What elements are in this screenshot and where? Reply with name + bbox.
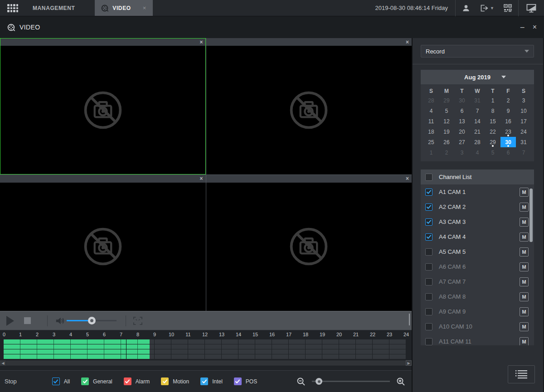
filter-checkbox-intel[interactable] <box>200 377 208 385</box>
timeline-channel-row[interactable] <box>4 344 406 349</box>
panel-close-icon[interactable]: × <box>199 176 203 181</box>
monitor-button[interactable]: M <box>520 277 529 286</box>
video-panel-3[interactable]: × <box>0 175 206 311</box>
calendar-day[interactable]: 6 <box>454 106 470 116</box>
channel-checkbox[interactable] <box>425 218 432 226</box>
panel-close-icon[interactable]: × <box>406 176 409 181</box>
zoom-out-icon[interactable] <box>296 377 306 386</box>
timeline-zoom-knob[interactable] <box>316 378 322 385</box>
calendar-day[interactable]: 28 <box>470 137 485 147</box>
tab-management[interactable]: MANAGEMENT <box>24 0 83 16</box>
calendar-day[interactable]: 15 <box>485 116 500 126</box>
channel-checkbox[interactable] <box>425 338 432 345</box>
calendar-day[interactable]: 22 <box>485 126 500 137</box>
calendar-day[interactable]: 6 <box>500 147 516 158</box>
list-view-button[interactable] <box>508 365 535 383</box>
filter-checkbox-pos[interactable] <box>234 377 242 385</box>
tab-video[interactable]: VIDEO × <box>95 0 153 16</box>
volume-slider-knob[interactable] <box>88 317 96 324</box>
timeline-channel-row[interactable] <box>4 339 406 344</box>
filter-checkbox-general[interactable] <box>81 377 89 385</box>
calendar-day[interactable]: 3 <box>516 95 531 106</box>
tab-close-icon[interactable]: × <box>143 5 146 11</box>
channel-list-scrollbar[interactable] <box>529 189 533 242</box>
apps-grid-icon[interactable] <box>7 4 18 12</box>
timeline-scrollbar-track[interactable] <box>6 361 405 365</box>
calendar-day[interactable]: 20 <box>454 126 470 137</box>
monitor-button[interactable]: M <box>520 292 529 301</box>
calendar-month-selector[interactable]: Aug 2019 <box>421 70 534 84</box>
calendar-day[interactable]: 27 <box>454 137 470 147</box>
calendar-day[interactable]: 11 <box>423 116 439 126</box>
calendar-day[interactable]: 4 <box>470 147 485 158</box>
timeline-scrollbar[interactable]: ◀ ▶ <box>0 360 412 366</box>
logout-icon[interactable]: ▼ <box>476 4 497 12</box>
panel-close-icon[interactable]: × <box>199 39 203 45</box>
timeline-zoom-slider[interactable] <box>312 381 390 382</box>
timeline-channel-row[interactable] <box>4 354 406 359</box>
calendar-day[interactable]: 10 <box>516 106 531 116</box>
calendar-day[interactable]: 4 <box>423 106 439 116</box>
calendar-day[interactable]: 26 <box>439 137 454 147</box>
controls-scrollbar-thumb[interactable] <box>409 314 410 325</box>
channel-checkbox[interactable] <box>425 308 432 315</box>
monitor-button[interactable]: M <box>520 262 529 271</box>
calendar-day[interactable]: 18 <box>423 126 439 137</box>
channel-checkbox[interactable] <box>425 233 432 241</box>
calendar-day[interactable]: 24 <box>516 126 531 137</box>
calendar-day[interactable]: 17 <box>516 116 531 126</box>
calendar-day[interactable]: 5 <box>485 147 500 158</box>
filter-checkbox-motion[interactable] <box>161 377 169 385</box>
calendar-day[interactable]: 13 <box>454 116 470 126</box>
calendar-day[interactable]: 12 <box>439 116 454 126</box>
select-all-checkbox[interactable] <box>425 174 432 181</box>
calendar-day[interactable]: 14 <box>470 116 485 126</box>
monitor-button[interactable]: M <box>520 322 529 331</box>
calendar-day[interactable]: 29 <box>485 137 500 147</box>
calendar-day[interactable]: 16 <box>500 116 516 126</box>
panel-close-icon[interactable]: × <box>406 39 409 45</box>
calendar-day[interactable]: 28 <box>423 95 439 106</box>
monitor-button[interactable]: M <box>520 232 529 242</box>
user-icon[interactable] <box>456 4 476 13</box>
calendar-day[interactable]: 2 <box>500 95 516 106</box>
monitor-button[interactable]: M <box>520 188 529 197</box>
channel-checkbox[interactable] <box>425 293 432 300</box>
calendar-day[interactable]: 23 <box>500 126 516 137</box>
zoom-in-icon[interactable] <box>396 377 405 386</box>
channel-checkbox[interactable] <box>425 278 432 286</box>
timeline-playhead[interactable] <box>126 339 126 359</box>
monitor-button[interactable]: M <box>520 247 529 256</box>
calendar-day[interactable]: 31 <box>516 137 531 147</box>
channel-checkbox[interactable] <box>425 323 432 330</box>
calendar-day[interactable]: 21 <box>470 126 485 137</box>
volume-slider[interactable] <box>67 320 117 321</box>
fullscreen-icon[interactable] <box>133 317 142 325</box>
monitor-button[interactable]: M <box>520 203 529 212</box>
channel-checkbox[interactable] <box>425 203 432 211</box>
timeline-channel-row[interactable] <box>4 349 406 354</box>
calendar-day[interactable]: 19 <box>439 126 454 137</box>
calendar-day[interactable]: 8 <box>485 106 500 116</box>
stop-button[interactable] <box>24 317 31 324</box>
calendar-day[interactable]: 30 <box>500 137 516 147</box>
video-panel-1[interactable]: × <box>0 38 206 174</box>
record-type-dropdown[interactable]: Record <box>421 45 534 58</box>
scroll-right-icon[interactable]: ▶ <box>406 360 412 366</box>
calendar-day[interactable]: 2 <box>439 147 454 158</box>
minimize-button[interactable]: – <box>520 23 525 31</box>
speaker-icon[interactable] <box>55 316 65 325</box>
scroll-left-icon[interactable]: ◀ <box>0 360 6 366</box>
close-button[interactable]: × <box>533 23 537 31</box>
calendar-day[interactable]: 7 <box>470 106 485 116</box>
play-button[interactable] <box>6 316 14 326</box>
calendar-day[interactable]: 3 <box>454 147 470 158</box>
calendar-day[interactable]: 1 <box>423 147 439 158</box>
calendar-day[interactable]: 30 <box>454 95 470 106</box>
calendar-day[interactable]: 29 <box>439 95 454 106</box>
timeline-rows[interactable] <box>4 339 406 359</box>
video-panel-2[interactable]: × <box>206 38 412 174</box>
qr-code-icon[interactable] <box>497 4 518 12</box>
calendar-day[interactable]: 5 <box>439 106 454 116</box>
monitor-button[interactable]: M <box>520 307 529 316</box>
